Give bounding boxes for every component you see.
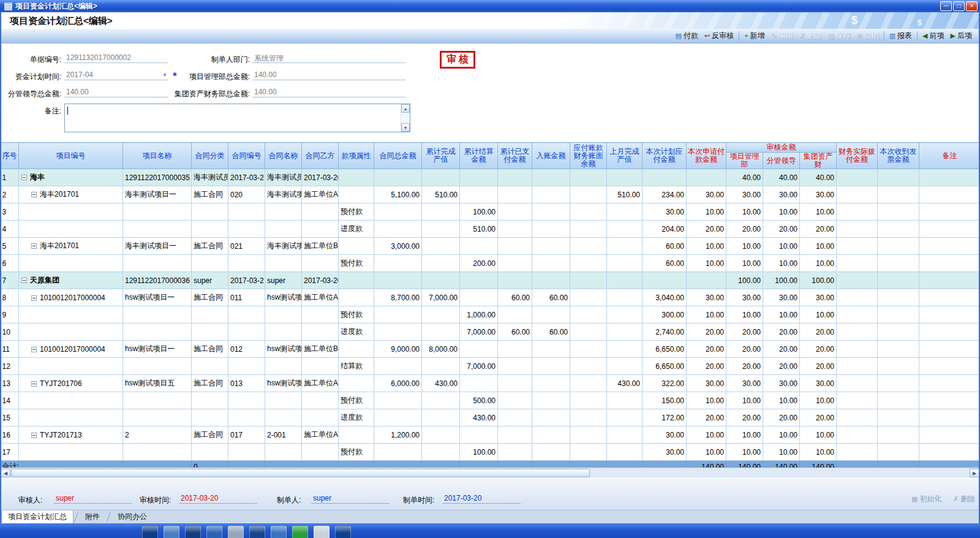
grid-cell[interactable] bbox=[498, 444, 532, 461]
prev-button[interactable]: ◀前项 bbox=[919, 29, 947, 42]
grid-cell[interactable] bbox=[532, 426, 570, 444]
tree-collapse-icon[interactable] bbox=[31, 433, 37, 438]
table-row[interactable]: 5海丰201701海丰测试项目一施工合同021海丰测试项施工单位B3,000.0… bbox=[1, 238, 980, 255]
grid-cell[interactable]: 天原集团 bbox=[19, 272, 123, 289]
grid-cell[interactable] bbox=[878, 289, 919, 306]
grid-cell[interactable]: 10.00 bbox=[800, 238, 837, 255]
grid-cell[interactable] bbox=[339, 169, 374, 186]
grid-cell[interactable] bbox=[265, 392, 302, 409]
grid-cell[interactable] bbox=[422, 169, 460, 186]
grid-cell[interactable]: 30.00 bbox=[687, 186, 726, 203]
grid-cell[interactable] bbox=[919, 358, 980, 375]
grid-cell[interactable]: 海丰201701 bbox=[19, 186, 123, 203]
leader-total-field[interactable]: 140.00 bbox=[64, 87, 168, 97]
grid-cell[interactable] bbox=[19, 358, 123, 375]
scroll-down-icon[interactable]: ▼ bbox=[401, 123, 410, 132]
table-row[interactable]: 15进度款430.00172.0020.0020.0020.0020.00 bbox=[1, 409, 980, 426]
grid-cell[interactable] bbox=[837, 238, 878, 255]
grid-cell[interactable]: 20.00 bbox=[687, 409, 726, 426]
grid-cell[interactable] bbox=[532, 186, 570, 203]
grid-cell[interactable] bbox=[878, 426, 919, 444]
grid-cell[interactable] bbox=[374, 324, 422, 341]
grid-cell[interactable]: 1291122017000036 bbox=[123, 272, 192, 289]
grid-cell[interactable] bbox=[228, 255, 265, 272]
grid-cell[interactable] bbox=[837, 169, 878, 186]
taskbar-app-icon[interactable] bbox=[164, 526, 179, 538]
grid-cell[interactable] bbox=[498, 255, 532, 272]
grid-cell[interactable]: 进度款 bbox=[339, 221, 374, 238]
grid-cell[interactable]: 2,740.00 bbox=[643, 324, 687, 341]
grid-cell[interactable] bbox=[192, 444, 228, 461]
grid-cell[interactable]: 预付款 bbox=[339, 392, 374, 409]
grid-cell[interactable]: 234.00 bbox=[643, 186, 687, 203]
grid-cell[interactable]: 10.00 bbox=[687, 238, 726, 255]
grid-cell[interactable] bbox=[302, 409, 339, 426]
grid-cell[interactable]: 10.00 bbox=[687, 306, 726, 324]
add-button[interactable]: +新增 bbox=[741, 29, 767, 42]
grid-cell[interactable] bbox=[460, 341, 498, 358]
grid-cell[interactable] bbox=[919, 409, 980, 426]
grid-cell[interactable] bbox=[837, 375, 878, 392]
grid-cell[interactable] bbox=[878, 255, 919, 272]
grid-cell[interactable]: 海丰测试项目一 bbox=[123, 238, 192, 255]
grid-cell[interactable]: 60.00 bbox=[532, 324, 570, 341]
doc-no-field[interactable]: 1291132017000002 bbox=[64, 53, 168, 63]
grid-cell[interactable]: 020 bbox=[228, 186, 265, 203]
grid-cell[interactable]: 7,000.00 bbox=[460, 358, 498, 375]
tree-collapse-icon[interactable] bbox=[21, 278, 27, 283]
grid-cell[interactable]: 430.00 bbox=[422, 375, 460, 392]
grid-cell[interactable] bbox=[422, 238, 460, 255]
taskbar-app-icon[interactable] bbox=[206, 526, 222, 538]
grid-cell[interactable] bbox=[228, 444, 265, 461]
grid-cell[interactable] bbox=[374, 255, 422, 272]
grid-cell[interactable]: 20.00 bbox=[726, 409, 763, 426]
grid-cell[interactable]: 30.00 bbox=[687, 375, 726, 392]
grid-cell[interactable] bbox=[570, 255, 607, 272]
grid-cell[interactable]: 10.00 bbox=[800, 255, 837, 272]
close-icon[interactable]: × bbox=[966, 1, 978, 11]
grid-cell[interactable]: 10.00 bbox=[800, 392, 837, 409]
grid-cell[interactable] bbox=[374, 444, 422, 461]
grid-cell[interactable]: 430.00 bbox=[607, 375, 643, 392]
grid-cell[interactable] bbox=[687, 169, 726, 186]
report-button[interactable]: ▥报表 bbox=[886, 29, 915, 42]
grid-cell[interactable]: 60.00 bbox=[498, 289, 532, 306]
grid-cell[interactable]: 10.00 bbox=[687, 392, 726, 409]
grid-cell[interactable]: 5,100.00 bbox=[374, 186, 422, 203]
grid-cell[interactable] bbox=[570, 426, 607, 444]
grid-cell[interactable] bbox=[19, 444, 123, 461]
grid-cell[interactable] bbox=[919, 221, 980, 238]
grid-cell[interactable]: 10.00 bbox=[763, 426, 800, 444]
grid-cell[interactable] bbox=[228, 203, 265, 221]
grid-cell[interactable] bbox=[837, 255, 878, 272]
grid-cell[interactable] bbox=[532, 341, 570, 358]
grid-cell[interactable] bbox=[339, 238, 374, 255]
grid-cell[interactable]: 20.00 bbox=[800, 409, 837, 426]
grid-cell[interactable] bbox=[532, 375, 570, 392]
grid-cell[interactable] bbox=[19, 392, 123, 409]
grid-cell[interactable] bbox=[687, 272, 726, 289]
grid-cell[interactable] bbox=[460, 186, 498, 203]
grid-cell[interactable]: 10.00 bbox=[687, 444, 726, 461]
grid-cell[interactable] bbox=[837, 444, 878, 461]
grid-cell[interactable]: 10.00 bbox=[687, 255, 726, 272]
grid-cell[interactable] bbox=[532, 238, 570, 255]
grid-cell[interactable]: 10.00 bbox=[726, 238, 763, 255]
grid-cell[interactable] bbox=[570, 324, 607, 341]
grid-cell[interactable]: 60.00 bbox=[532, 289, 570, 306]
grid-cell[interactable]: 2-001 bbox=[265, 426, 302, 444]
grid-cell[interactable]: 海丰测试员 bbox=[265, 169, 302, 186]
next-button[interactable]: ▶后项 bbox=[948, 29, 975, 42]
grid-cell[interactable]: 施工单位A bbox=[302, 186, 339, 203]
grid-cell[interactable]: 12 bbox=[1, 358, 19, 375]
grid-cell[interactable] bbox=[532, 169, 570, 186]
grid-cell[interactable]: 20.00 bbox=[726, 341, 763, 358]
table-row[interactable]: 16TYJT2017132施工合同0172-001施工单位A1,200.0030… bbox=[1, 426, 980, 444]
grid-cell[interactable] bbox=[570, 375, 607, 392]
grid-cell[interactable] bbox=[570, 169, 607, 186]
grid-cell[interactable] bbox=[607, 255, 643, 272]
grid-cell[interactable] bbox=[837, 341, 878, 358]
tree-collapse-icon[interactable] bbox=[31, 381, 37, 387]
grid-cell[interactable] bbox=[19, 409, 123, 426]
grid-cell[interactable] bbox=[123, 409, 192, 426]
